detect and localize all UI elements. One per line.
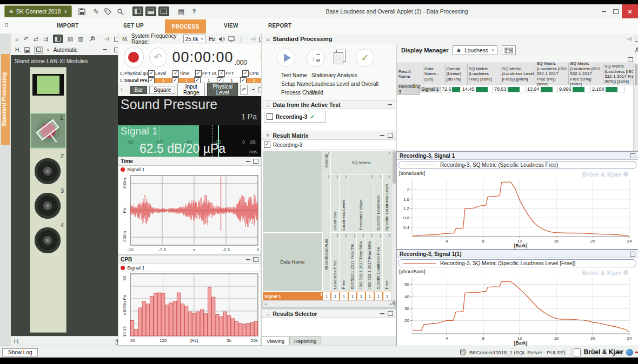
checkbox-cpb[interactable]: ✓ [242, 70, 249, 77]
channel-4-connector[interactable] [35, 227, 61, 253]
maximize-panel-icon[interactable] [253, 257, 258, 262]
undo-icon[interactable]: ↶ [23, 36, 28, 43]
cell-cpb[interactable]: 1 [247, 78, 262, 83]
matrix-cell[interactable]: 1 [357, 292, 365, 301]
pen-icon[interactable]: ✎ [93, 8, 99, 16]
hardware-mode[interactable]: Automatic [54, 47, 77, 53]
wrench-icon[interactable] [89, 36, 95, 42]
chart2-plot[interactable]: 481216202420304050[Bark] [397, 274, 635, 346]
pin-icon[interactable]: ⊣ [626, 36, 632, 43]
tab-view[interactable]: VIEW [224, 23, 238, 29]
export-table-button[interactable] [502, 45, 516, 55]
minimize-panel-icon[interactable] [380, 313, 384, 314]
chart2-legend[interactable]: Recording-3, SQ Metric (Specific Loudnes… [398, 259, 636, 267]
matrix-cell[interactable]: 1 [365, 292, 374, 301]
minimize-button[interactable] [598, 11, 610, 12]
col-overall[interactable]: Overall (Linear) [dB Pa] [446, 63, 468, 85]
save-icon[interactable] [78, 8, 85, 15]
col-sq-iso-5[interactable]: SQ Metric (Loudness [ISO 532-1 2017 Free… [535, 63, 569, 85]
undo-icon[interactable]: ↶ [240, 85, 248, 95]
col-sq-loudness-level[interactable]: SQ Metric (Loudness Level [Free]) [phon] [501, 63, 536, 85]
checkbox-time[interactable]: ✓ [172, 70, 179, 77]
layout-split-icon[interactable] [145, 6, 156, 16]
show-log-button[interactable]: Show Log [2, 348, 38, 356]
minimize-panel-icon[interactable] [246, 161, 250, 162]
pin-icon[interactable]: ⊣ [250, 36, 256, 43]
dm-table-scrollbar[interactable] [633, 63, 638, 151]
matrix-col-percentile-value[interactable]: 3Percentile Value [348, 174, 375, 233]
maximize-panel-icon[interactable] [628, 57, 633, 62]
apps-icon[interactable]: ⠿ [4, 22, 9, 29]
tab-set-up[interactable]: SET UP [123, 23, 144, 29]
maximize-panel-icon[interactable] [388, 133, 393, 138]
search-icon[interactable] [117, 8, 124, 15]
maximize-panel-icon[interactable] [253, 159, 258, 164]
square-button[interactable]: Square [149, 86, 175, 94]
cell-level[interactable]: 1 [155, 78, 172, 83]
tab-report[interactable]: REPORT [268, 23, 291, 29]
chevron-down-icon[interactable]: ∨ [46, 48, 50, 52]
col-sq-iso-50[interactable]: SQ Metric (Loudness [ISO 532-1 2017 Free… [569, 63, 603, 85]
tab-viewing[interactable]: Viewing [262, 336, 289, 345]
time-chart[interactable]: -10-7.5s-2.50400mPa-400m [118, 173, 261, 254]
layout-grid-icon[interactable] [132, 6, 143, 16]
hamburger-icon[interactable]: ≡ [266, 311, 269, 317]
gear-icon[interactable]: ⚙ [391, 300, 396, 306]
tab-process-active[interactable]: PROCESS [165, 19, 206, 33]
tab-import[interactable]: IMPORT [57, 23, 79, 29]
maximize-panel-icon[interactable] [630, 153, 635, 158]
maximize-button[interactable] [610, 9, 622, 14]
channel-3-connector[interactable] [35, 193, 61, 219]
help-icon[interactable]: ? [192, 8, 196, 15]
speaker-icon[interactable] [218, 36, 225, 42]
matrix-hscrollbar[interactable]: ◄ ► [262, 300, 394, 307]
matrix-cell[interactable]: 1 [383, 292, 391, 301]
hamburger-icon[interactable]: ≡ [15, 36, 18, 42]
checkbox-level[interactable]: ✓ [148, 70, 155, 77]
col-data-name[interactable]: Data Name - (1/6) [423, 63, 446, 85]
minimize-panel-icon[interactable] [380, 135, 384, 136]
recording-3-matrix-checkbox[interactable]: ✓ [264, 141, 270, 148]
transfer-out-icon[interactable]: ⇉ [43, 36, 48, 43]
minimize-panel-icon[interactable] [388, 104, 392, 105]
col-sq-loudness-free[interactable]: SQ Metric (Loudness Free) [sone] [468, 63, 501, 85]
active-test-card[interactable]: Recording-3 ✓ [264, 111, 325, 123]
columns-icon[interactable]: ▥ [78, 36, 83, 43]
app-menu-button[interactable]: ≡ BK Connect 2018 ∨ [4, 5, 72, 17]
tag-icon[interactable] [104, 8, 111, 15]
freq-range-select[interactable]: 25.6k ∨ [183, 35, 206, 43]
matrix-cell[interactable]: 1 [331, 292, 340, 301]
transfer-in-icon[interactable]: ⇄ [34, 36, 38, 43]
matrix-cell[interactable]: 1 [374, 292, 383, 301]
run-button[interactable] [277, 49, 295, 67]
col-result-name[interactable]: Result Name [397, 63, 423, 85]
dm-table-row[interactable]: Recording-3 Signal 1 72.6 14.45 78.53 13… [397, 85, 638, 93]
db-connection-label[interactable]: BKConnect2018_1 (SQL Server - PULSE) [469, 349, 566, 355]
chart1-plot[interactable]: 48121620240.40.81.21.62[Bark] [397, 176, 635, 248]
recording-3-checkbox[interactable] [267, 113, 273, 120]
wrench-icon[interactable] [634, 48, 638, 53]
checkbox-fft-vs-time[interactable]: ✓ [195, 70, 202, 77]
matrix-row-signal-1[interactable]: Signal 1 8 [262, 292, 324, 301]
bar-button[interactable]: Bar [130, 86, 148, 94]
monitor-icon[interactable] [228, 36, 235, 42]
channel-1-connector[interactable]: 1 [31, 114, 65, 147]
preset-select[interactable]: ★ Loudness ∨ [453, 45, 497, 55]
minimize-panel-icon[interactable] [246, 259, 250, 260]
sequence-button[interactable]: ↓ [307, 49, 325, 67]
copy-chain-button[interactable] [332, 50, 348, 65]
minimize-panel-icon[interactable] [252, 89, 255, 90]
chart1-legend[interactable]: Recording-3, SQ Metric (Specific Loudnes… [398, 161, 636, 169]
notebook-icon[interactable]: ▤ [178, 8, 184, 16]
physical-level-button[interactable]: Physical Level [207, 83, 238, 97]
validate-button[interactable]: ✓ [356, 49, 374, 67]
maximize-panel-icon[interactable] [635, 37, 638, 42]
checkbox-fft[interactable]: ✓ [218, 70, 225, 77]
hamburger-icon[interactable]: ≡ [266, 132, 269, 139]
record-button[interactable] [124, 46, 144, 68]
more-icon[interactable]: ⋮ [238, 36, 244, 43]
pin-icon[interactable]: ⊣ [104, 36, 110, 43]
input-range-button[interactable]: Input Range [177, 83, 205, 97]
save-icon[interactable] [24, 47, 30, 53]
matrix-cell[interactable]: 1 [322, 292, 331, 301]
